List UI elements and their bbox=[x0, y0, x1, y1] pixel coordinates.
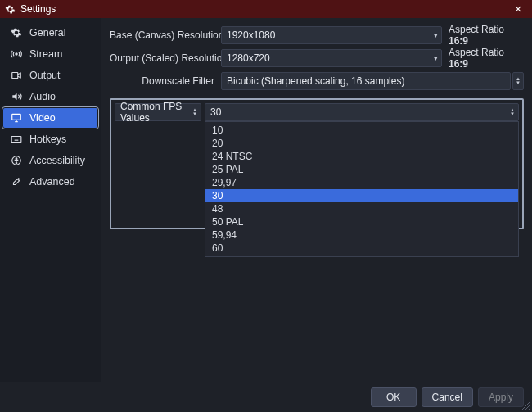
settings-icon bbox=[5, 4, 16, 15]
sidebar-item-label: Audio bbox=[29, 91, 56, 102]
sidebar-item-advanced[interactable]: Advanced bbox=[3, 172, 97, 192]
fps-row: Common FPS Values ▲▼ 30 ▲▼ bbox=[115, 103, 519, 121]
chevron-down-icon: ▾ bbox=[434, 32, 438, 39]
dialog-footer: OK Cancel Apply bbox=[0, 382, 532, 412]
fps-option[interactable]: 29,97 bbox=[205, 176, 518, 189]
fps-option[interactable]: 48 bbox=[205, 202, 518, 215]
svg-point-0 bbox=[16, 53, 17, 55]
svg-rect-1 bbox=[12, 73, 18, 79]
sidebar-item-label: Hotkeys bbox=[29, 134, 66, 145]
window-title: Settings bbox=[20, 3, 509, 15]
output-resolution-combo[interactable]: 1280x720 ▾ bbox=[221, 49, 442, 67]
tools-icon bbox=[10, 176, 23, 188]
sidebar-item-label: Accessibility bbox=[29, 155, 85, 166]
chevron-down-icon: ▼ bbox=[516, 82, 521, 85]
resize-grip-icon[interactable] bbox=[522, 402, 530, 410]
fps-option[interactable]: 20 bbox=[205, 137, 518, 150]
sidebar-item-output[interactable]: Output bbox=[3, 66, 97, 85]
fps-option[interactable]: 59,94 bbox=[205, 229, 518, 242]
stepper-icon: ▲▼ bbox=[510, 109, 515, 115]
ok-button[interactable]: OK bbox=[371, 387, 417, 407]
video-settings-panel: Base (Canvas) Resolution 1920x1080 ▾ Asp… bbox=[101, 18, 532, 382]
sidebar-item-video[interactable]: Video bbox=[3, 108, 97, 128]
sidebar-item-label: Video bbox=[29, 112, 56, 124]
gear-icon bbox=[10, 27, 23, 38]
sidebar-item-general[interactable]: General bbox=[3, 23, 97, 43]
sidebar-item-label: Advanced bbox=[29, 176, 75, 188]
fps-value: 30 bbox=[210, 106, 221, 118]
fps-option[interactable]: 24 NTSC bbox=[205, 150, 518, 163]
fps-dropdown[interactable]: 102024 NTSC25 PAL29,97304850 PAL59,9460 bbox=[205, 121, 519, 257]
fps-option[interactable]: 30 bbox=[205, 189, 518, 202]
fps-section: Common FPS Values ▲▼ 30 ▲▼ 102024 NTSC25… bbox=[110, 98, 524, 229]
svg-point-5 bbox=[16, 158, 17, 160]
stepper-icon: ▲▼ bbox=[192, 109, 197, 115]
main-area: General Stream Output Audio Video Hotkey… bbox=[0, 18, 532, 382]
keyboard-icon bbox=[10, 134, 23, 145]
output-resolution-row: Output (Scaled) Resolution 1280x720 ▾ As… bbox=[110, 48, 524, 69]
sidebar-item-label: General bbox=[29, 27, 65, 38]
fps-type-combo[interactable]: Common FPS Values ▲▼ bbox=[115, 103, 201, 121]
output-aspect-ratio: Aspect Ratio 16:9 bbox=[442, 47, 524, 70]
apply-button: Apply bbox=[478, 387, 524, 407]
sidebar-item-audio[interactable]: Audio bbox=[3, 87, 97, 106]
output-resolution-label: Output (Scaled) Resolution bbox=[110, 52, 221, 64]
fps-option[interactable]: 50 PAL bbox=[205, 215, 518, 229]
base-resolution-combo[interactable]: 1920x1080 ▾ bbox=[221, 26, 442, 44]
downscale-filter-row: Downscale Filter Bicubic (Sharpened scal… bbox=[110, 70, 524, 92]
output-resolution-value: 1280x720 bbox=[227, 52, 270, 64]
cancel-button[interactable]: Cancel bbox=[422, 387, 473, 407]
speaker-icon bbox=[10, 91, 23, 102]
fps-option[interactable]: 10 bbox=[205, 124, 518, 137]
sidebar-item-hotkeys[interactable]: Hotkeys bbox=[3, 129, 97, 149]
sidebar-item-label: Stream bbox=[29, 48, 62, 60]
close-icon[interactable]: × bbox=[509, 2, 527, 16]
broadcast-icon bbox=[10, 48, 23, 60]
svg-rect-2 bbox=[12, 114, 21, 120]
fps-option[interactable]: 25 PAL bbox=[205, 163, 518, 176]
downscale-stepper[interactable]: ▲ ▼ bbox=[512, 72, 524, 90]
base-resolution-row: Base (Canvas) Resolution 1920x1080 ▾ Asp… bbox=[110, 25, 524, 46]
fps-option[interactable]: 60 bbox=[205, 242, 518, 255]
titlebar: Settings × bbox=[0, 0, 532, 18]
downscale-filter-value: Bicubic (Sharpened scaling, 16 samples) bbox=[227, 75, 404, 87]
svg-rect-3 bbox=[11, 137, 21, 143]
sidebar: General Stream Output Audio Video Hotkey… bbox=[0, 18, 101, 382]
base-resolution-label: Base (Canvas) Resolution bbox=[110, 29, 221, 41]
chevron-down-icon: ▾ bbox=[434, 55, 438, 62]
accessibility-icon bbox=[10, 155, 23, 166]
base-aspect-ratio: Aspect Ratio 16:9 bbox=[442, 24, 524, 47]
sidebar-item-accessibility[interactable]: Accessibility bbox=[3, 151, 97, 170]
downscale-filter-label: Downscale Filter bbox=[110, 75, 221, 87]
base-resolution-value: 1920x1080 bbox=[227, 29, 275, 41]
sidebar-item-stream[interactable]: Stream bbox=[3, 44, 97, 64]
fps-value-combo[interactable]: 30 ▲▼ bbox=[205, 103, 519, 121]
monitor-icon bbox=[10, 112, 23, 124]
sidebar-item-label: Output bbox=[29, 70, 61, 81]
output-icon bbox=[10, 70, 23, 81]
downscale-filter-combo[interactable]: Bicubic (Sharpened scaling, 16 samples) bbox=[221, 72, 511, 90]
